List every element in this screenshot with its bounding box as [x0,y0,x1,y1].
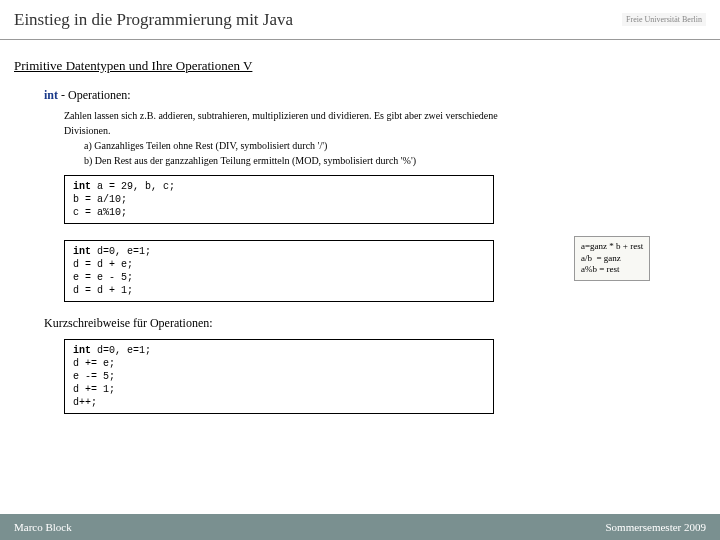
footer-term: Sommersemester 2009 [605,521,706,533]
section-label: int - Operationen: [44,88,706,103]
body-line-1: Zahlen lassen sich z.B. addieren, subtra… [64,109,706,122]
body-line-2: Divisionen. [64,124,706,137]
section-rest: - Operationen: [58,88,131,102]
university-logo: Freie Universität Berlin [622,13,706,26]
subtitle: Primitive Datentypen und Ihre Operatione… [14,58,706,74]
note-box: a=ganz * b + rest a/b = ganz a%b = rest [574,236,650,281]
code-block-3: int d=0, e=1; d += e; e -= 5; d += 1; d+… [64,339,494,414]
body-line-3: a) Ganzahliges Teilen ohne Rest (DIV, sy… [84,139,706,152]
code-block-2: int d=0, e=1; d = d + e; e = e - 5; d = … [64,240,494,302]
header-bar: Einstieg in die Programmierung mit Java … [0,0,720,40]
subheading: Kurzschreibweise für Operationen: [44,316,706,331]
footer-author: Marco Block [14,521,72,533]
code-block-1: int a = 29, b, c; b = a/10; c = a%10; [64,175,494,224]
body-line-4: b) Den Rest aus der ganzzahligen Teilung… [84,154,706,167]
code-row-2: int d=0, e=1; d = d + e; e = e - 5; d = … [14,232,706,310]
content-area: Primitive Datentypen und Ihre Operatione… [0,40,720,414]
footer-bar: Marco Block Sommersemester 2009 [0,514,720,540]
keyword-int: int [44,88,58,102]
page-title: Einstieg in die Programmierung mit Java [14,10,293,30]
